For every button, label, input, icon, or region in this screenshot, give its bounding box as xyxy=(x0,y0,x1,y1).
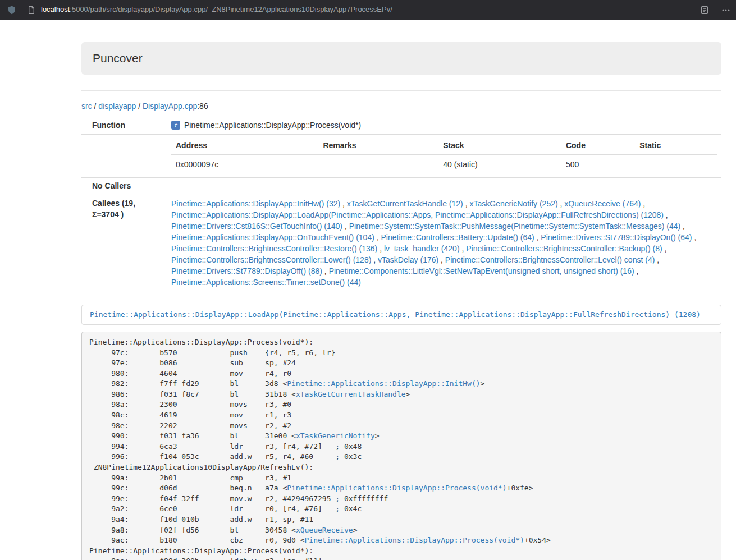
address-value: 0x0000097c xyxy=(171,155,318,175)
col-remarks: Remarks xyxy=(318,137,438,155)
no-callers-row: No Callers xyxy=(81,177,721,195)
disassembly-symbol-link[interactable]: xQueueReceive xyxy=(296,526,353,534)
callee-link[interactable]: Pinetime::Applications::Screens::Timer::… xyxy=(171,278,361,287)
disassembly-symbol-link[interactable]: Pinetime::Applications::DisplayApp::Init… xyxy=(287,379,480,388)
function-icon: f xyxy=(171,121,180,130)
page-info-icon[interactable] xyxy=(27,6,36,15)
callee-link[interactable]: Pinetime::Controllers::BrightnessControl… xyxy=(171,255,371,264)
breadcrumb-separator: / xyxy=(92,102,99,111)
col-code: Code xyxy=(561,137,635,155)
breadcrumb-link[interactable]: src xyxy=(81,102,92,111)
highlighted-callee-link[interactable]: Pinetime::Applications::DisplayApp::Load… xyxy=(90,310,701,319)
breadcrumb-separator: / xyxy=(136,102,143,111)
disassembly-symbol-link[interactable]: xTaskGenericNotify xyxy=(296,432,375,440)
function-row: Function f Pinetime::Applications::Displ… xyxy=(81,117,721,134)
more-options-icon[interactable] xyxy=(721,6,730,15)
no-callers-content xyxy=(167,177,721,195)
callee-link[interactable]: xTaskGetCurrentTaskHandle (12) xyxy=(347,199,463,208)
url-bar[interactable]: localhost:5000/path/src/displayapp/Displ… xyxy=(41,4,392,15)
callee-link[interactable]: Pinetime::Applications::DisplayApp::Init… xyxy=(171,199,340,208)
code-value: 500 xyxy=(561,155,635,175)
remarks-value xyxy=(318,155,438,175)
callee-link[interactable]: Pinetime::Applications::DisplayApp::Load… xyxy=(171,210,664,219)
svg-text:f: f xyxy=(174,122,178,129)
disassembly-symbol-link[interactable]: xTaskGetCurrentTaskHandle xyxy=(296,390,406,398)
callees-label: Callees (19, Σ=3704 ) xyxy=(81,195,167,291)
col-stack: Stack xyxy=(438,137,561,155)
app-header: Puncover xyxy=(81,42,721,75)
function-label: Function xyxy=(81,117,167,134)
col-static: Static xyxy=(635,137,717,155)
callee-link[interactable]: Pinetime::Controllers::Battery::Update()… xyxy=(381,233,534,242)
page-title: Puncover xyxy=(93,50,710,67)
callee-link[interactable]: lv_task_handler (420) xyxy=(384,244,460,253)
table-row: 0x0000097c 40 (static) 500 xyxy=(171,155,717,175)
callee-link[interactable]: Pinetime::Applications::DisplayApp::OnTo… xyxy=(171,233,374,242)
callee-link[interactable]: Pinetime::System::SystemTask::PushMessag… xyxy=(349,222,681,231)
callee-link[interactable]: Pinetime::Drivers::Cst816S::GetTouchInfo… xyxy=(171,222,342,231)
metrics-row: Address Remarks Stack Code Static 0x0000… xyxy=(81,134,721,177)
callees-list: Pinetime::Applications::DisplayApp::Init… xyxy=(167,195,721,291)
url-path: :5000/path/src/displayapp/DisplayApp.cpp… xyxy=(70,5,392,13)
callee-link[interactable]: Pinetime::Controllers::BrightnessControl… xyxy=(466,244,662,253)
callee-link[interactable]: Pinetime::Drivers::St7789::DisplayOn() (… xyxy=(541,233,692,242)
callee-link[interactable]: Pinetime::Controllers::BrightnessControl… xyxy=(445,255,655,264)
breadcrumb-link[interactable]: displayapp xyxy=(98,102,136,111)
callee-link[interactable]: Pinetime::Components::LittleVgl::SetNewT… xyxy=(329,267,634,276)
reader-mode-icon[interactable] xyxy=(700,6,709,15)
breadcrumb: src / displayapp / DisplayApp.cpp:86 xyxy=(81,101,721,112)
callee-link[interactable]: Pinetime::Controllers::BrightnessControl… xyxy=(171,244,377,253)
callee-link[interactable]: Pinetime::Drivers::St7789::DisplayOff() … xyxy=(171,267,322,276)
disassembly-symbol-link[interactable]: Pinetime::Applications::DisplayApp::Proc… xyxy=(305,536,524,544)
highlighted-callee-box: Pinetime::Applications::DisplayApp::Load… xyxy=(81,305,721,325)
breadcrumb-line-number: :86 xyxy=(197,102,208,111)
url-host: localhost xyxy=(41,5,70,13)
function-name: Pinetime::Applications::DisplayApp::Proc… xyxy=(184,121,361,130)
callee-link[interactable]: xQueueReceive (764) xyxy=(564,199,641,208)
tracking-protection-shield-icon[interactable] xyxy=(7,6,16,15)
disassembly-symbol-link[interactable]: Pinetime::Applications::DisplayApp::Proc… xyxy=(287,484,506,492)
no-callers-label: No Callers xyxy=(81,177,167,195)
divider xyxy=(81,90,721,91)
stack-value: 40 (static) xyxy=(438,155,561,175)
browser-toolbar: localhost:5000/path/src/displayapp/Displ… xyxy=(0,0,736,20)
callee-link[interactable]: xTaskGenericNotify (252) xyxy=(469,199,557,208)
col-address: Address xyxy=(171,137,318,155)
static-value xyxy=(635,155,717,175)
symbol-table: Function f Pinetime::Applications::Displ… xyxy=(81,117,721,291)
callees-row: Callees (19, Σ=3704 ) Pinetime::Applicat… xyxy=(81,195,721,291)
metrics-table: Address Remarks Stack Code Static 0x0000… xyxy=(171,137,717,175)
callee-link[interactable]: vTaskDelay (176) xyxy=(378,255,438,264)
breadcrumb-link[interactable]: DisplayApp.cpp xyxy=(143,102,197,111)
empty-label xyxy=(81,134,167,177)
disassembly: Pinetime::Applications::DisplayApp::Proc… xyxy=(81,332,721,560)
main-content: Puncover src / displayapp / DisplayApp.c… xyxy=(81,20,721,560)
